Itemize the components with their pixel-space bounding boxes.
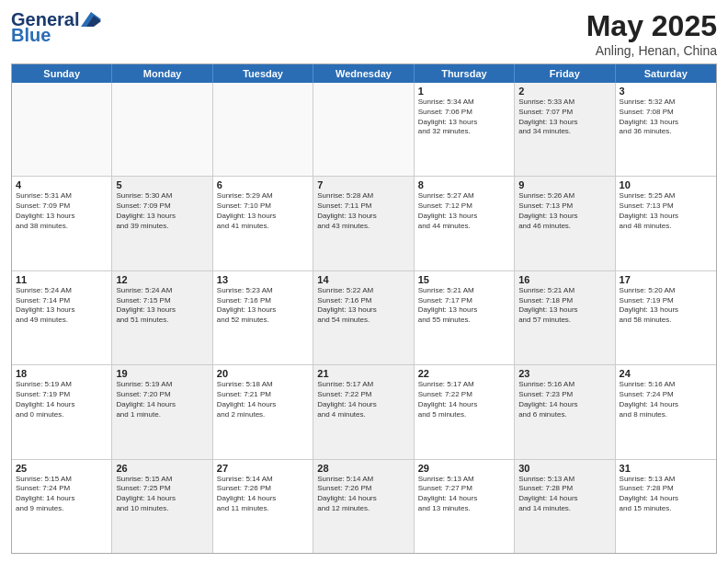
day-cell-29: 29Sunrise: 5:13 AM Sunset: 7:27 PM Dayli… — [415, 460, 515, 553]
day-cell-1: 1Sunrise: 5:34 AM Sunset: 7:06 PM Daylig… — [415, 83, 515, 176]
day-number: 30 — [518, 463, 610, 474]
day-number: 26 — [116, 463, 208, 474]
day-number: 28 — [317, 463, 409, 474]
day-cell-19: 19Sunrise: 5:19 AM Sunset: 7:20 PM Dayli… — [112, 365, 212, 458]
day-number: 24 — [620, 368, 712, 379]
day-cell-18: 18Sunrise: 5:19 AM Sunset: 7:19 PM Dayli… — [12, 365, 112, 458]
header-day-friday: Friday — [515, 64, 615, 83]
day-cell-11: 11Sunrise: 5:24 AM Sunset: 7:14 PM Dayli… — [12, 271, 112, 364]
day-cell-10: 10Sunrise: 5:25 AM Sunset: 7:13 PM Dayli… — [616, 177, 716, 270]
day-cell-17: 17Sunrise: 5:20 AM Sunset: 7:19 PM Dayli… — [616, 271, 716, 364]
page: General Blue May 2025 Anling, Henan, Chi… — [0, 0, 728, 563]
cell-info: Sunrise: 5:13 AM Sunset: 7:28 PM Dayligh… — [518, 475, 610, 514]
cell-info: Sunrise: 5:15 AM Sunset: 7:25 PM Dayligh… — [116, 475, 208, 514]
cell-info: Sunrise: 5:18 AM Sunset: 7:21 PM Dayligh… — [217, 380, 309, 419]
cell-info: Sunrise: 5:29 AM Sunset: 7:10 PM Dayligh… — [217, 191, 309, 231]
day-cell-31: 31Sunrise: 5:13 AM Sunset: 7:28 PM Dayli… — [616, 460, 716, 553]
cell-info: Sunrise: 5:31 AM Sunset: 7:09 PM Dayligh… — [16, 191, 108, 231]
day-cell-3: 3Sunrise: 5:32 AM Sunset: 7:08 PM Daylig… — [616, 83, 716, 176]
day-cell-24: 24Sunrise: 5:16 AM Sunset: 7:24 PM Dayli… — [616, 365, 716, 458]
cell-info: Sunrise: 5:21 AM Sunset: 7:17 PM Dayligh… — [418, 286, 510, 326]
week-row-1: 1Sunrise: 5:34 AM Sunset: 7:06 PM Daylig… — [12, 83, 716, 177]
cell-info: Sunrise: 5:13 AM Sunset: 7:28 PM Dayligh… — [620, 475, 712, 514]
day-number: 23 — [518, 368, 610, 379]
cell-info: Sunrise: 5:19 AM Sunset: 7:19 PM Dayligh… — [16, 380, 108, 419]
calendar-header: SundayMondayTuesdayWednesdayThursdayFrid… — [12, 64, 716, 83]
empty-cell — [213, 83, 313, 176]
cell-info: Sunrise: 5:15 AM Sunset: 7:24 PM Dayligh… — [16, 475, 108, 514]
day-cell-2: 2Sunrise: 5:33 AM Sunset: 7:07 PM Daylig… — [515, 83, 615, 176]
day-cell-22: 22Sunrise: 5:17 AM Sunset: 7:22 PM Dayli… — [415, 365, 515, 458]
empty-cell — [12, 83, 112, 176]
day-number: 22 — [418, 368, 510, 379]
day-number: 25 — [16, 463, 108, 474]
day-cell-26: 26Sunrise: 5:15 AM Sunset: 7:25 PM Dayli… — [112, 460, 212, 553]
day-cell-25: 25Sunrise: 5:15 AM Sunset: 7:24 PM Dayli… — [12, 460, 112, 553]
day-cell-16: 16Sunrise: 5:21 AM Sunset: 7:18 PM Dayli… — [515, 271, 615, 364]
cell-info: Sunrise: 5:33 AM Sunset: 7:07 PM Dayligh… — [518, 98, 610, 137]
logo: General Blue — [11, 9, 101, 46]
header-day-saturday: Saturday — [616, 64, 716, 83]
location: Anling, Henan, China — [586, 43, 717, 58]
cell-info: Sunrise: 5:28 AM Sunset: 7:11 PM Dayligh… — [317, 191, 409, 231]
day-number: 1 — [418, 86, 510, 97]
week-row-2: 4Sunrise: 5:31 AM Sunset: 7:09 PM Daylig… — [12, 177, 716, 270]
month-year: May 2025 — [586, 9, 717, 43]
cell-info: Sunrise: 5:27 AM Sunset: 7:12 PM Dayligh… — [418, 191, 510, 231]
day-cell-21: 21Sunrise: 5:17 AM Sunset: 7:22 PM Dayli… — [313, 365, 414, 458]
cell-info: Sunrise: 5:32 AM Sunset: 7:08 PM Dayligh… — [620, 98, 712, 137]
day-cell-20: 20Sunrise: 5:18 AM Sunset: 7:21 PM Dayli… — [213, 365, 313, 458]
cell-info: Sunrise: 5:23 AM Sunset: 7:16 PM Dayligh… — [217, 286, 309, 326]
cell-info: Sunrise: 5:24 AM Sunset: 7:14 PM Dayligh… — [16, 286, 108, 326]
day-number: 20 — [217, 368, 309, 379]
day-cell-6: 6Sunrise: 5:29 AM Sunset: 7:10 PM Daylig… — [213, 177, 313, 270]
day-cell-27: 27Sunrise: 5:14 AM Sunset: 7:26 PM Dayli… — [213, 460, 313, 553]
day-number: 10 — [620, 179, 712, 190]
day-cell-9: 9Sunrise: 5:26 AM Sunset: 7:13 PM Daylig… — [515, 177, 615, 270]
week-row-3: 11Sunrise: 5:24 AM Sunset: 7:14 PM Dayli… — [12, 271, 716, 365]
empty-cell — [112, 83, 212, 176]
day-number: 16 — [518, 274, 610, 285]
header: General Blue May 2025 Anling, Henan, Chi… — [11, 9, 717, 58]
calendar-body: 1Sunrise: 5:34 AM Sunset: 7:06 PM Daylig… — [12, 83, 716, 553]
cell-info: Sunrise: 5:17 AM Sunset: 7:22 PM Dayligh… — [418, 380, 510, 419]
day-number: 17 — [620, 274, 712, 285]
day-number: 8 — [418, 179, 510, 190]
cell-info: Sunrise: 5:13 AM Sunset: 7:27 PM Dayligh… — [418, 475, 510, 514]
cell-info: Sunrise: 5:30 AM Sunset: 7:09 PM Dayligh… — [116, 191, 208, 231]
day-number: 2 — [518, 86, 610, 97]
day-number: 21 — [317, 368, 409, 379]
day-cell-28: 28Sunrise: 5:14 AM Sunset: 7:26 PM Dayli… — [313, 460, 414, 553]
day-cell-4: 4Sunrise: 5:31 AM Sunset: 7:09 PM Daylig… — [12, 177, 112, 270]
header-day-tuesday: Tuesday — [213, 64, 313, 83]
day-cell-14: 14Sunrise: 5:22 AM Sunset: 7:16 PM Dayli… — [313, 271, 414, 364]
day-number: 4 — [16, 179, 108, 190]
day-number: 11 — [16, 274, 108, 285]
calendar: SundayMondayTuesdayWednesdayThursdayFrid… — [11, 63, 717, 554]
week-row-5: 25Sunrise: 5:15 AM Sunset: 7:24 PM Dayli… — [12, 460, 716, 553]
day-number: 19 — [116, 368, 208, 379]
day-cell-13: 13Sunrise: 5:23 AM Sunset: 7:16 PM Dayli… — [213, 271, 313, 364]
day-cell-8: 8Sunrise: 5:27 AM Sunset: 7:12 PM Daylig… — [415, 177, 515, 270]
day-number: 9 — [518, 179, 610, 190]
day-cell-30: 30Sunrise: 5:13 AM Sunset: 7:28 PM Dayli… — [515, 460, 615, 553]
cell-info: Sunrise: 5:16 AM Sunset: 7:24 PM Dayligh… — [620, 380, 712, 419]
empty-cell — [313, 83, 414, 176]
cell-info: Sunrise: 5:25 AM Sunset: 7:13 PM Dayligh… — [620, 191, 712, 231]
day-cell-12: 12Sunrise: 5:24 AM Sunset: 7:15 PM Dayli… — [112, 271, 212, 364]
day-cell-15: 15Sunrise: 5:21 AM Sunset: 7:17 PM Dayli… — [415, 271, 515, 364]
day-number: 29 — [418, 463, 510, 474]
day-number: 15 — [418, 274, 510, 285]
week-row-4: 18Sunrise: 5:19 AM Sunset: 7:19 PM Dayli… — [12, 365, 716, 459]
day-number: 5 — [116, 179, 208, 190]
header-day-wednesday: Wednesday — [313, 64, 414, 83]
day-number: 18 — [16, 368, 108, 379]
logo-blue: Blue — [11, 25, 51, 46]
day-cell-23: 23Sunrise: 5:16 AM Sunset: 7:23 PM Dayli… — [515, 365, 615, 458]
header-day-sunday: Sunday — [12, 64, 112, 83]
cell-info: Sunrise: 5:16 AM Sunset: 7:23 PM Dayligh… — [518, 380, 610, 419]
day-number: 6 — [217, 179, 309, 190]
day-number: 13 — [217, 274, 309, 285]
day-cell-7: 7Sunrise: 5:28 AM Sunset: 7:11 PM Daylig… — [313, 177, 414, 270]
cell-info: Sunrise: 5:14 AM Sunset: 7:26 PM Dayligh… — [317, 475, 409, 514]
